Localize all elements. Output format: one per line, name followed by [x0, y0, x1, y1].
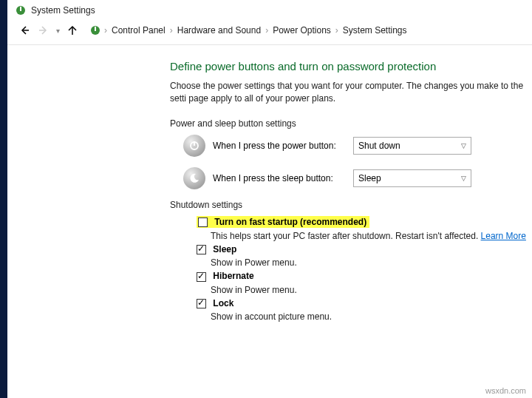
sleep-opt-label: Sleep — [213, 244, 236, 254]
opt-fast-startup: Turn on fast startup (recommended) — [197, 216, 532, 228]
crumb-control-panel[interactable]: Control Panel — [110, 25, 167, 36]
checkbox-sleep[interactable] — [197, 245, 206, 254]
page-description: Choose the power settings that you want … — [170, 80, 532, 105]
opt-sleep: Sleep — [197, 244, 532, 254]
sleep-opt-sub: Show in Power menu. — [211, 257, 532, 268]
learn-more-link[interactable]: Learn More — [481, 231, 526, 241]
crumb-hardware-sound[interactable]: Hardware and Sound — [176, 25, 262, 36]
power-button-select[interactable]: Shut down ▽ — [353, 137, 471, 155]
fast-startup-label: Turn on fast startup (recommended) — [214, 217, 366, 227]
fast-startup-sub: This helps start your PC faster after sh… — [211, 231, 532, 241]
opt-hibernate: Hibernate — [197, 271, 532, 281]
window-title: System Settings — [31, 5, 95, 16]
section-power-sleep: Power and sleep button settings — [170, 118, 532, 129]
watermark: wsxdn.com — [485, 386, 526, 395]
hibernate-opt-label: Hibernate — [213, 271, 253, 281]
crumb-power-options[interactable]: Power Options — [271, 25, 332, 36]
power-button-label: When I press the power button: — [213, 141, 353, 151]
power-options-icon — [15, 4, 27, 16]
svg-rect-1 — [20, 7, 21, 11]
power-button-row: When I press the power button: Shut down… — [183, 135, 532, 157]
chevron-down-icon: ▽ — [461, 175, 466, 182]
power-icon — [183, 135, 205, 157]
breadcrumb-bar: ▾ › Control Panel › Hardware and Sound ›… — [7, 21, 532, 45]
back-button[interactable] — [15, 24, 34, 37]
sleep-button-select[interactable]: Sleep ▽ — [353, 169, 471, 187]
chevron-right-icon: › — [262, 25, 271, 36]
chevron-right-icon: › — [101, 25, 110, 36]
sleep-button-label: When I press the sleep button: — [213, 173, 353, 183]
lock-opt-sub: Show in account picture menu. — [211, 311, 532, 322]
forward-button — [34, 24, 53, 37]
lock-opt-label: Lock — [213, 298, 233, 308]
chevron-right-icon: › — [332, 25, 341, 36]
location-icon — [89, 24, 101, 36]
hibernate-opt-sub: Show in Power menu. — [211, 285, 532, 295]
chevron-down-icon: ▽ — [461, 142, 466, 149]
chevron-right-icon: › — [167, 25, 176, 36]
section-shutdown: Shutdown settings — [170, 200, 532, 210]
sleep-icon — [183, 167, 205, 189]
page-title: Define power buttons and turn on passwor… — [170, 60, 532, 72]
sleep-button-value: Sleep — [358, 173, 381, 183]
recent-dropdown[interactable]: ▾ — [53, 27, 63, 35]
crumb-system-settings[interactable]: System Settings — [341, 25, 409, 36]
up-button[interactable] — [63, 24, 82, 37]
opt-lock: Lock — [197, 298, 532, 308]
sleep-button-row: When I press the sleep button: Sleep ▽ — [183, 167, 532, 189]
checkbox-lock[interactable] — [197, 299, 206, 308]
power-button-value: Shut down — [358, 141, 400, 151]
checkbox-fast-startup[interactable] — [198, 217, 208, 227]
svg-rect-6 — [95, 27, 96, 31]
checkbox-hibernate[interactable] — [197, 272, 206, 282]
title-bar: System Settings — [7, 0, 532, 21]
